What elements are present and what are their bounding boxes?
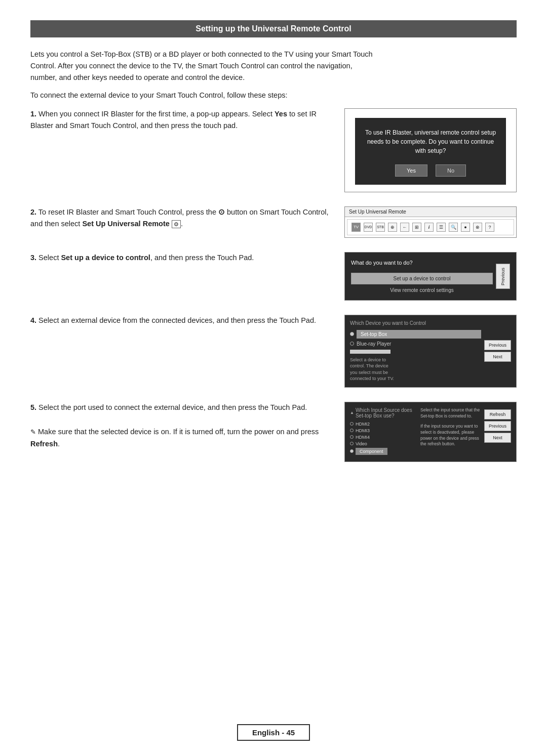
step-5-text: 5. Select the port used to connect the e… <box>30 402 329 450</box>
circle-icon: ● <box>461 223 470 232</box>
remote-menu-icons: TV DVD STB ⊕ ← ⊞ i ☰ 🔍 ● ⊗ ? <box>347 219 514 235</box>
setup-device-btn[interactable]: Set up a device to control <box>351 273 493 284</box>
hdmi3-option: HDMI3 <box>356 428 370 433</box>
plus-icon: ⊕ <box>388 223 397 232</box>
remote-menu-topbar: Set Up Universal Remote <box>345 207 516 217</box>
dialog-yes-button[interactable]: Yes <box>395 164 427 177</box>
intro-paragraph: Lets you control a Set-Top-Box (STB) or … <box>30 49 517 84</box>
step-2-row: 2. To reset IR Blaster and Smart Touch C… <box>30 206 517 238</box>
previous-btn-step5[interactable]: Previous <box>484 421 511 431</box>
hdmi2-option: HDMI2 <box>356 422 370 427</box>
step-3-row: 3. Select Set up a device to control, an… <box>30 252 517 301</box>
radio-settopbox <box>350 332 354 336</box>
radio-hdmi2 <box>350 422 354 426</box>
dialog-text: To use IR Blaster, universal remote cont… <box>363 128 498 155</box>
next-btn-step4[interactable]: Next <box>484 352 511 362</box>
step-1-row: 1. When you connect IR Blaster for the f… <box>30 108 517 192</box>
step5-desc1: Select the input source that the Set-top… <box>420 407 481 419</box>
radio-video <box>350 442 354 445</box>
step-3-text: 3. Select Set up a device to control, an… <box>30 252 329 264</box>
step-5-row: 5. Select the port used to connect the e… <box>30 402 517 462</box>
divider-bar <box>350 350 390 354</box>
video-option: Video <box>356 441 367 446</box>
component-option[interactable]: Component <box>356 448 387 455</box>
radio-hdmi4 <box>350 435 354 439</box>
radio-bluray <box>350 342 354 346</box>
step4-desc: Select a device tocontrol. The deviceyou… <box>350 357 481 382</box>
previous-btn-step3[interactable]: Previous <box>496 264 510 289</box>
step-5-screenshot: ▲ Which Input Source does Set-top Box us… <box>344 402 517 462</box>
page-footer: English - 45 <box>0 724 547 741</box>
settopbox-option[interactable]: Set-top Box <box>357 330 481 339</box>
step3-label: What do you want to do? <box>351 260 493 266</box>
dialog-no-button[interactable]: No <box>436 164 466 177</box>
step5-desc2: If the input source you want to select i… <box>420 424 481 448</box>
dvd-icon: DVD <box>364 223 373 232</box>
search-icon: 🔍 <box>449 223 458 232</box>
view-settings-link: View remote control settings <box>351 287 493 293</box>
settings-icon: ⊗ <box>473 223 482 232</box>
radio-component <box>350 449 354 453</box>
back-icon: ← <box>400 223 409 232</box>
step-3-screenshot: What do you want to do? Set up a device … <box>344 252 517 301</box>
step-4-screenshot: Which Device you want to Control Set-top… <box>344 315 517 388</box>
step-1-text: 1. When you connect IR Blaster for the f… <box>30 108 329 133</box>
next-btn-step5[interactable]: Next <box>484 433 511 443</box>
step-2-text: 2. To reset IR Blaster and Smart Touch C… <box>30 206 329 231</box>
step5-label: ▲ Which Input Source does Set-top Box us… <box>350 407 417 418</box>
grid-icon: ⊞ <box>412 223 421 232</box>
menu-icon: ☰ <box>437 223 446 232</box>
tv-icon: TV <box>351 223 361 232</box>
bluray-option: Blue-ray Player <box>357 341 391 347</box>
help-icon: ? <box>485 223 494 232</box>
info-icon: i <box>424 223 434 232</box>
step-4-row: 4. Select an external device from the co… <box>30 315 517 388</box>
refresh-btn-step5[interactable]: Refresh <box>484 409 511 419</box>
step-1-screenshot: To use IR Blaster, universal remote cont… <box>344 108 517 192</box>
steps-intro: To connect the external device to your S… <box>30 91 517 99</box>
radio-hdmi3 <box>350 429 354 432</box>
note-icon: ✎ <box>30 428 36 436</box>
previous-btn-step4[interactable]: Previous <box>484 340 511 350</box>
hdmi4-option: HDMI4 <box>356 435 370 440</box>
step4-label: Which Device you want to Control <box>350 320 481 326</box>
stb-icon: STB <box>376 223 385 232</box>
page-title: Setting up the Universal Remote Control <box>30 20 517 37</box>
step-4-text: 4. Select an external device from the co… <box>30 315 329 327</box>
step-2-screenshot: Set Up Universal Remote TV DVD STB ⊕ ← ⊞… <box>344 206 517 238</box>
